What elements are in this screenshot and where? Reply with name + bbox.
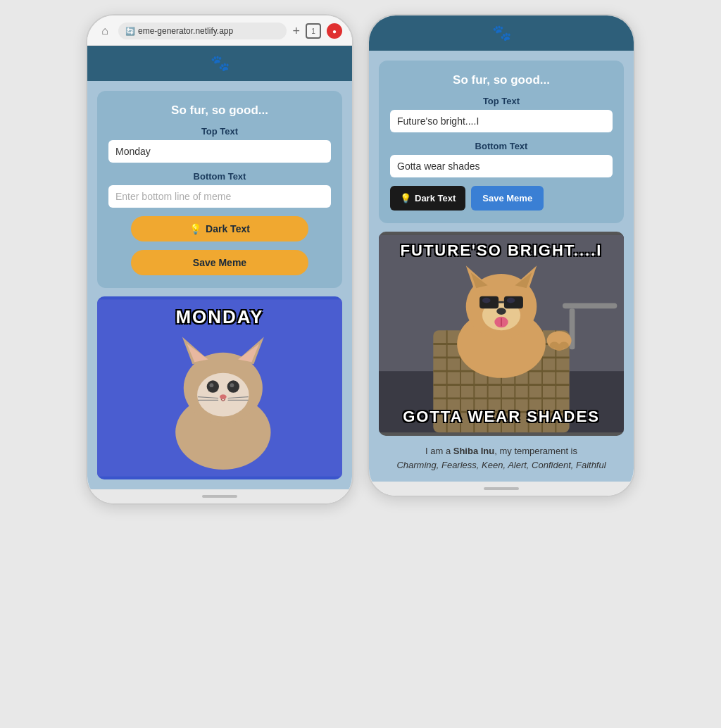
right-button-row: 💡 Dark Text Save Meme	[390, 186, 613, 211]
bottom-text-group: Bottom Text	[108, 171, 331, 208]
save-meme-label: Save Meme	[193, 257, 246, 268]
new-tab-button[interactable]: +	[292, 24, 300, 39]
right-form-title: So fur, so good...	[390, 73, 613, 87]
right-meme-image-area: FUTURE'SO BRIGHT....I GOTTA WEAR SHADES	[379, 232, 624, 436]
top-text-input[interactable]	[108, 140, 331, 163]
svg-point-46	[507, 298, 515, 303]
dog-illustration	[379, 232, 624, 436]
bottom-text-input[interactable]	[108, 185, 331, 208]
right-app-body: So fur, so good... Top Text Bottom Text …	[369, 51, 634, 482]
svg-point-12	[220, 394, 227, 399]
right-top-text-input[interactable]	[390, 110, 613, 132]
meme-top-text: MONDAY	[97, 306, 342, 328]
svg-point-11	[230, 383, 234, 387]
svg-rect-43	[504, 296, 523, 308]
url-text: eme-generator.netlify.app	[138, 26, 233, 36]
scroll-handle	[87, 489, 352, 503]
form-title: So fur, so good...	[171, 103, 268, 118]
right-meme-top-text: FUTURE'SO BRIGHT....I	[379, 241, 624, 260]
bottom-text-label: Bottom Text	[194, 171, 246, 182]
meme-display: MONDAY	[97, 296, 342, 479]
tab-switcher-button[interactable]: 1	[306, 23, 321, 39]
dog-breed: Shiba Inu	[453, 446, 495, 456]
right-save-meme-button[interactable]: Save Meme	[471, 186, 544, 211]
app-body: So fur, so good... Top Text Bottom Text …	[87, 81, 352, 489]
svg-rect-44	[499, 301, 504, 303]
right-scroll-handle	[369, 482, 634, 496]
dog-info: I am a Shiba Inu, my temperament is Char…	[379, 444, 624, 472]
top-text-label: Top Text	[201, 126, 238, 137]
right-bottom-text-input[interactable]	[390, 155, 613, 177]
url-reload-icon: 🔄	[125, 27, 135, 36]
dog-info-mid: , my temperament is	[494, 446, 577, 456]
right-form-card: So fur, so good... Top Text Bottom Text …	[379, 61, 624, 223]
url-bar[interactable]: 🔄 eme-generator.netlify.app	[118, 23, 287, 39]
dark-text-label: Dark Text	[206, 223, 250, 234]
right-bottom-text-label: Bottom Text	[475, 141, 528, 151]
right-dark-text-label: Dark Text	[415, 193, 456, 203]
svg-point-45	[482, 298, 491, 303]
right-dark-text-button[interactable]: 💡 Dark Text	[390, 186, 465, 211]
app-header: 🐾	[87, 46, 352, 81]
right-handle-bar	[484, 487, 519, 490]
browser-chrome: ⌂ 🔄 eme-generator.netlify.app + 1 ●	[87, 15, 352, 46]
svg-point-47	[496, 308, 506, 315]
dog-traits: Charming, Fearless, Keen, Alert, Confide…	[396, 460, 606, 470]
meme-image-area: MONDAY	[97, 296, 342, 479]
dog-info-prefix: I am a	[425, 446, 453, 456]
right-top-text-label: Top Text	[483, 96, 520, 106]
right-app-header: 🐾	[369, 15, 634, 51]
svg-rect-42	[479, 296, 499, 308]
top-text-group: Top Text	[108, 126, 331, 163]
handle-bar	[202, 495, 237, 498]
right-paw-icon: 🐾	[492, 24, 511, 42]
paw-icon: 🐾	[211, 54, 230, 72]
svg-rect-50	[563, 303, 617, 309]
left-phone: ⌂ 🔄 eme-generator.netlify.app + 1 ● 🐾 So…	[86, 14, 353, 505]
right-save-meme-label: Save Meme	[482, 193, 532, 203]
svg-point-55	[559, 342, 569, 349]
svg-point-10	[210, 383, 214, 387]
right-bulb-icon: 💡	[400, 193, 411, 203]
bulb-icon: 💡	[189, 223, 201, 234]
right-bottom-text-group: Bottom Text	[390, 141, 613, 177]
save-meme-button[interactable]: Save Meme	[131, 250, 309, 275]
right-meme-display: FUTURE'SO BRIGHT....I GOTTA WEAR SHADES	[379, 232, 624, 436]
form-card: So fur, so good... Top Text Bottom Text …	[97, 91, 342, 288]
home-button[interactable]: ⌂	[97, 23, 113, 39]
right-meme-bottom-text: GOTTA WEAR SHADES	[379, 408, 624, 426]
browser-actions: + 1 ●	[292, 23, 342, 39]
record-button[interactable]: ●	[327, 23, 342, 39]
dark-text-button[interactable]: 💡 Dark Text	[131, 216, 309, 241]
right-top-text-group: Top Text	[390, 96, 613, 132]
right-phone: 🐾 So fur, so good... Top Text Bottom Tex…	[368, 14, 635, 497]
